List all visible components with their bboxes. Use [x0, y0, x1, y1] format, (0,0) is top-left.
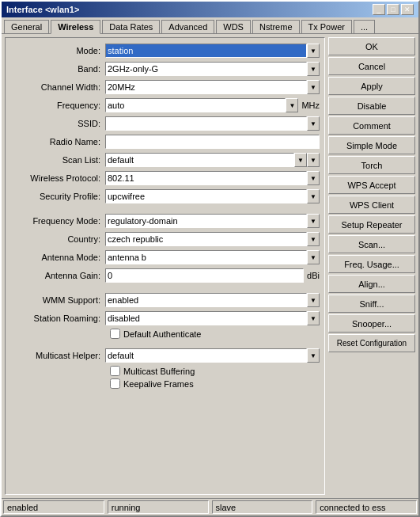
antenna-gain-input[interactable] [108, 271, 301, 280]
default-authenticate-checkbox[interactable] [110, 329, 120, 339]
tab-tx-power[interactable]: Tx Power [301, 20, 352, 33]
antenna-mode-label: Antenna Mode: [10, 253, 105, 262]
reset-configuration-button[interactable]: Reset Configuration [328, 334, 415, 352]
wireless-protocol-display: 802.11 [105, 171, 307, 185]
ssid-input[interactable] [108, 119, 305, 128]
station-roaming-dropdown-btn[interactable]: ▼ [307, 311, 320, 325]
scan-list-row: Scan List: default ▼ ▼ [10, 152, 320, 168]
wireless-protocol-dropdown-btn[interactable]: ▼ [307, 171, 320, 185]
radio-name-row: Radio Name: [10, 134, 320, 150]
close-button[interactable]: ✕ [401, 4, 414, 15]
wmm-support-display: enabled [105, 293, 307, 307]
tab-wds[interactable]: WDS [216, 20, 251, 33]
scan-list-label: Scan List: [10, 155, 105, 165]
ssid-dropdown-btn[interactable]: ▼ [307, 116, 320, 131]
mode-row: Mode: station ▼ [10, 43, 320, 59]
multicast-helper-dropdown-btn[interactable]: ▼ [307, 348, 320, 363]
frequency-mode-dropdown-btn[interactable]: ▼ [307, 214, 320, 228]
wmm-support-row: WMM Support: enabled ▼ [10, 292, 320, 308]
wireless-protocol-field-container: 802.11 ▼ [105, 171, 320, 185]
wmm-support-dropdown-btn[interactable]: ▼ [307, 293, 320, 307]
comment-button[interactable]: Comment [328, 116, 415, 135]
wps-client-button[interactable]: WPS Client [328, 196, 415, 214]
frequency-label: Frequency: [10, 101, 105, 110]
minimize-button[interactable]: _ [373, 4, 385, 15]
tab-nstreme[interactable]: Nstreme [252, 20, 300, 33]
country-field-container: czech republic ▼ [105, 232, 320, 246]
title-bar: Interface <wlan1> _ □ ✕ [2, 2, 418, 17]
tab-advanced[interactable]: Advanced [161, 20, 214, 33]
country-dropdown-btn[interactable]: ▼ [307, 232, 320, 246]
scan-list-field-container: default ▼ ▼ [105, 153, 320, 167]
station-roaming-display: disabled [105, 311, 307, 325]
freq-usage-button[interactable]: Freq. Usage... [328, 255, 415, 273]
security-profile-row: Security Profile: upcwifree ▼ [10, 188, 320, 204]
antenna-gain-label: Antenna Gain: [10, 271, 105, 280]
antenna-mode-display: antenna b [105, 250, 307, 264]
channel-width-dropdown-btn[interactable]: ▼ [307, 80, 320, 94]
band-dropdown-btn[interactable]: ▼ [307, 62, 320, 76]
radio-name-label: Radio Name: [10, 137, 105, 146]
radio-name-display[interactable] [105, 135, 320, 149]
apply-button[interactable]: Apply [328, 77, 415, 95]
keepalive-frames-row: Keepalive Frames [10, 378, 320, 389]
status-item-4: connected to ess [316, 500, 417, 514]
status-bar: enabled running slave connected to ess [2, 498, 418, 515]
cancel-button[interactable]: Cancel [328, 57, 415, 75]
multicast-helper-label: Multicast Helper: [10, 351, 105, 360]
status-item-1: enabled [3, 500, 104, 514]
snooper-button[interactable]: Snooper... [328, 314, 415, 333]
tab-wireless[interactable]: Wireless [51, 20, 100, 34]
right-panel: OK Cancel Apply Disable Comment Simple M… [328, 37, 415, 495]
antenna-mode-row: Antenna Mode: antenna b ▼ [10, 249, 320, 265]
antenna-gain-container: dBi [105, 268, 320, 283]
scan-list-extra-btn[interactable]: ▼ [307, 153, 320, 167]
band-label: Band: [10, 64, 105, 74]
radio-name-input[interactable] [108, 137, 317, 146]
status-item-2: running [108, 500, 209, 514]
wps-accept-button[interactable]: WPS Accept [328, 176, 415, 194]
tab-data-rates[interactable]: Data Rates [102, 20, 160, 33]
antenna-gain-display[interactable] [105, 268, 304, 283]
country-label: Country: [10, 234, 105, 244]
mode-field-container: station ▼ [105, 44, 320, 58]
wmm-support-field-container: enabled ▼ [105, 293, 320, 307]
country-row: Country: czech republic ▼ [10, 231, 320, 247]
antenna-mode-dropdown-btn[interactable]: ▼ [307, 250, 320, 264]
antenna-gain-unit: dBi [307, 271, 320, 280]
scan-button[interactable]: Scan... [328, 235, 415, 253]
frequency-unit: MHz [301, 101, 320, 110]
keepalive-frames-checkbox[interactable] [110, 378, 120, 389]
station-roaming-label: Station Roaming: [10, 314, 105, 323]
security-profile-display: upcwifree [105, 189, 307, 203]
frequency-container: auto ▼ MHz [105, 98, 320, 112]
scan-list-dropdown-btn[interactable]: ▼ [294, 153, 307, 167]
maximize-button[interactable]: □ [387, 4, 399, 15]
mode-dropdown-btn[interactable]: ▼ [307, 44, 320, 58]
setup-repeater-button[interactable]: Setup Repeater [328, 215, 415, 234]
frequency-mode-row: Frequency Mode: regulatory-domain ▼ [10, 213, 320, 229]
multicast-buffering-checkbox[interactable] [110, 366, 120, 376]
ssid-field-container: ▼ [105, 116, 320, 131]
title-buttons: _ □ ✕ [373, 4, 414, 15]
ssid-row: SSID: ▼ [10, 116, 320, 131]
frequency-row: Frequency: auto ▼ MHz [10, 97, 320, 113]
align-button[interactable]: Align... [328, 275, 415, 293]
sniff-button[interactable]: Sniff... [328, 295, 415, 313]
simple-mode-button[interactable]: Simple Mode [328, 136, 415, 154]
frequency-field-container: auto ▼ [105, 98, 298, 112]
tab-general[interactable]: General [4, 20, 49, 33]
security-profile-dropdown-btn[interactable]: ▼ [307, 189, 320, 203]
torch-button[interactable]: Torch [328, 156, 415, 174]
multicast-helper-field-container: default ▼ [105, 348, 320, 363]
mode-display: station [105, 44, 307, 58]
keepalive-frames-label: Keepalive Frames [123, 379, 194, 389]
tab-more[interactable]: ... [354, 20, 375, 33]
frequency-dropdown-btn[interactable]: ▼ [286, 98, 298, 112]
channel-width-display: 20MHz [105, 80, 307, 94]
band-field-container: 2GHz-only-G ▼ [105, 62, 320, 76]
disable-button[interactable]: Disable [328, 97, 415, 115]
ok-button[interactable]: OK [328, 37, 415, 55]
ssid-display[interactable] [105, 116, 307, 131]
content-area: Mode: station ▼ Band: 2GHz-only-G ▼ [2, 34, 418, 498]
